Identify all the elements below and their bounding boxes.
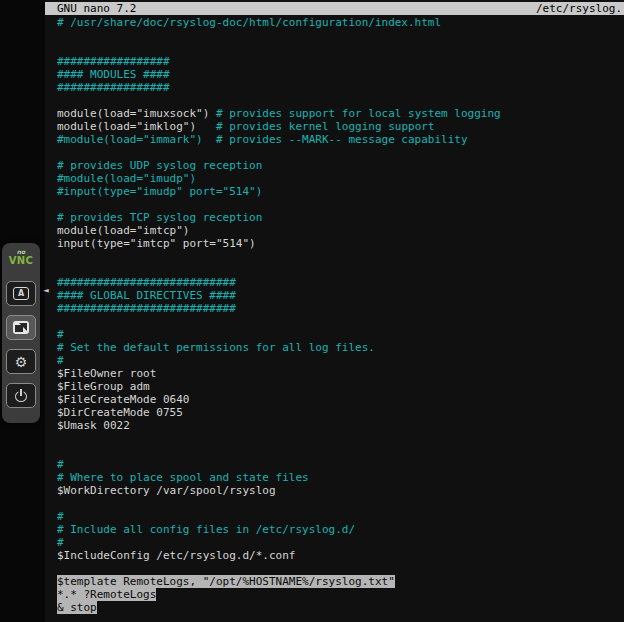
- editor-line[interactable]: [57, 29, 624, 42]
- comment-text: #: [57, 536, 64, 549]
- config-text: $FileGroup adm: [57, 380, 150, 393]
- editor-line[interactable]: $FileCreateMode 0640: [57, 393, 624, 406]
- config-text: *.* ?RemoteLogs: [57, 588, 156, 601]
- comment-text: #: [57, 354, 64, 367]
- editor-line[interactable]: #module(load="immark") # provides --MARK…: [57, 133, 624, 146]
- editor-line[interactable]: # Where to place spool and state files: [57, 471, 624, 484]
- config-text: $FileCreateMode 0640: [57, 393, 189, 406]
- config-text: $template RemoteLogs, "/opt/%HOSTNAME%/r…: [57, 575, 395, 588]
- config-text: $Umask 0022: [57, 419, 130, 432]
- config-text: input(type="imtcp" port="514"): [57, 237, 256, 250]
- editor-line[interactable]: #module(load="imudp"): [57, 172, 624, 185]
- editor-line[interactable]: [57, 315, 624, 328]
- comment-text: #module(load="imudp"): [57, 172, 196, 185]
- gear-icon: ⚙: [15, 355, 28, 369]
- editor-line[interactable]: $IncludeConfig /etc/rsyslog.d/*.conf: [57, 549, 624, 562]
- settings-button[interactable]: ⚙: [6, 349, 36, 374]
- novnc-logo-vnc: VNC: [9, 255, 33, 266]
- editor-line[interactable]: module(load="imtcp"): [57, 224, 624, 237]
- editor-line[interactable]: [57, 497, 624, 510]
- editor-line[interactable]: [57, 146, 624, 159]
- comment-text: #################: [57, 55, 170, 68]
- editor-line[interactable]: $FileGroup adm: [57, 380, 624, 393]
- editor-line[interactable]: $WorkDirectory /var/spool/rsyslog: [57, 484, 624, 497]
- novnc-button-group: A ⚙: [6, 281, 36, 408]
- comment-text: #: [57, 458, 64, 471]
- config-text: $IncludeConfig /etc/rsyslog.d/*.conf: [57, 549, 295, 562]
- terminal-window[interactable]: GNU nano 7.2 /etc/rsyslog. # /usr/share/…: [45, 0, 624, 622]
- fullscreen-icon: [13, 321, 29, 334]
- editor-line[interactable]: #: [57, 328, 624, 341]
- editor-line[interactable]: [57, 263, 624, 276]
- novnc-logo-no: no: [9, 248, 33, 255]
- config-text: module(load="imklog"): [57, 120, 216, 133]
- comment-text: #### GLOBAL DIRECTIVES ####: [57, 289, 236, 302]
- comment-text: # provides TCP syslog reception: [57, 211, 262, 224]
- editor-line[interactable]: #: [57, 536, 624, 549]
- editor-line[interactable]: #### GLOBAL DIRECTIVES ####: [57, 289, 624, 302]
- comment-text: ###########################: [57, 276, 236, 289]
- config-text: & stop: [57, 601, 97, 614]
- config-text: module(load="imuxsock"): [57, 107, 216, 120]
- keyboard-a-icon: A: [13, 287, 29, 300]
- editor-line[interactable]: ###########################: [57, 302, 624, 315]
- comment-text: #: [57, 510, 64, 523]
- editor-line[interactable]: module(load="imuxsock") # provides suppo…: [57, 107, 624, 120]
- nano-version-label: GNU nano 7.2: [57, 2, 136, 15]
- editor-line[interactable]: *.* ?RemoteLogs: [57, 588, 624, 601]
- editor-line[interactable]: #: [57, 510, 624, 523]
- comment-text: ###########################: [57, 302, 236, 315]
- comment-text: #module(load="immark") # provides --MARK…: [57, 133, 468, 146]
- editor-body[interactable]: # /usr/share/doc/rsyslog-doc/html/config…: [57, 16, 624, 622]
- editor-line[interactable]: [57, 198, 624, 211]
- editor-line[interactable]: # provides UDP syslog reception: [57, 159, 624, 172]
- comment-text: # Where to place spool and state files: [57, 471, 309, 484]
- editor-line[interactable]: #: [57, 354, 624, 367]
- editor-line[interactable]: [57, 250, 624, 263]
- editor-line[interactable]: [57, 432, 624, 445]
- chevron-left-icon: ◄: [43, 286, 48, 295]
- editor-line[interactable]: $FileOwner root: [57, 367, 624, 380]
- editor-line[interactable]: $DirCreateMode 0755: [57, 406, 624, 419]
- editor-line[interactable]: ###########################: [57, 276, 624, 289]
- editor-line[interactable]: # Include all config files in /etc/rsysl…: [57, 523, 624, 536]
- editor-line[interactable]: [57, 94, 624, 107]
- editor-line[interactable]: $template RemoteLogs, "/opt/%HOSTNAME%/r…: [57, 575, 624, 588]
- disconnect-button[interactable]: [6, 383, 36, 408]
- comment-text: # provides support for local system logg…: [216, 107, 501, 120]
- fullscreen-button[interactable]: [6, 315, 36, 340]
- editor-line[interactable]: & stop: [57, 601, 624, 614]
- editor-line[interactable]: [57, 562, 624, 575]
- editor-line[interactable]: [57, 42, 624, 55]
- comment-text: #################: [57, 81, 170, 94]
- nano-filename-label: /etc/rsyslog.: [536, 2, 622, 15]
- editor-line[interactable]: module(load="imklog") # provides kernel …: [57, 120, 624, 133]
- comment-text: # provides UDP syslog reception: [57, 159, 262, 172]
- novnc-logo: no VNC: [9, 248, 33, 266]
- config-text: $DirCreateMode 0755: [57, 406, 183, 419]
- editor-line[interactable]: #################: [57, 55, 624, 68]
- editor-line[interactable]: $Umask 0022: [57, 419, 624, 432]
- config-text: module(load="imtcp"): [57, 224, 189, 237]
- comment-text: # provides kernel logging support: [216, 120, 435, 133]
- comment-text: #input(type="imudp" port="514"): [57, 185, 262, 198]
- comment-text: # Set the default permissions for all lo…: [57, 341, 375, 354]
- editor-line[interactable]: #################: [57, 81, 624, 94]
- novnc-control-bar: no VNC A ⚙: [2, 243, 40, 423]
- editor-line[interactable]: [57, 445, 624, 458]
- editor-line[interactable]: # Set the default permissions for all lo…: [57, 341, 624, 354]
- editor-line[interactable]: # provides TCP syslog reception: [57, 211, 624, 224]
- nano-titlebar: GNU nano 7.2 /etc/rsyslog.: [45, 2, 624, 15]
- editor-line[interactable]: input(type="imtcp" port="514"): [57, 237, 624, 250]
- panel-collapse-handle[interactable]: ◄: [40, 280, 52, 300]
- power-icon: [15, 389, 28, 403]
- editor-line[interactable]: #: [57, 458, 624, 471]
- editor-line[interactable]: #input(type="imudp" port="514"): [57, 185, 624, 198]
- editor-line[interactable]: # /usr/share/doc/rsyslog-doc/html/config…: [57, 16, 624, 29]
- comment-text: #### MODULES ####: [57, 68, 170, 81]
- editor-line[interactable]: #### MODULES ####: [57, 68, 624, 81]
- config-text: $WorkDirectory /var/spool/rsyslog: [57, 484, 276, 497]
- config-text: $FileOwner root: [57, 367, 156, 380]
- comment-text: #: [57, 328, 64, 341]
- extra-keys-button[interactable]: A: [6, 281, 36, 306]
